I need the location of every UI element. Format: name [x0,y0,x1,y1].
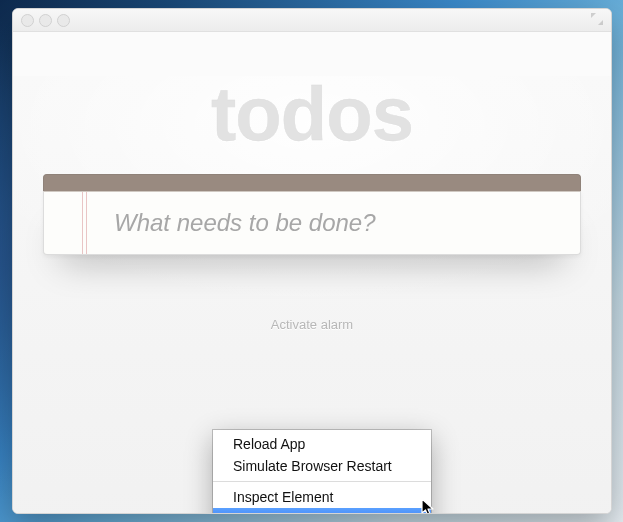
todo-input-row [43,191,581,255]
context-menu: Reload App Simulate Browser Restart Insp… [213,430,431,514]
context-menu-item-simulate-restart[interactable]: Simulate Browser Restart [213,455,431,477]
context-menu-item-inspect-element[interactable]: Inspect Element [213,486,431,508]
context-menu-item-inspect-background-page[interactable]: Inspect Background Page [213,508,431,514]
desktop-background: todos Activate alarm Reload App Simulate… [0,0,623,522]
window-zoom-button[interactable] [57,14,70,27]
context-menu-separator [213,481,431,482]
margin-rule-line [86,192,87,254]
window-titlebar[interactable] [13,9,611,32]
app-title: todos [13,76,611,152]
activate-alarm-link[interactable]: Activate alarm [271,317,353,332]
todo-card [43,174,581,255]
todo-card-header [43,174,581,191]
window-content: todos Activate alarm Reload App Simulate… [13,76,611,514]
app-window: todos Activate alarm Reload App Simulate… [12,8,612,514]
window-minimize-button[interactable] [39,14,52,27]
window-fullscreen-icon[interactable] [591,13,603,25]
window-close-button[interactable] [21,14,34,27]
new-todo-input[interactable] [112,208,568,238]
context-menu-item-reload-app[interactable]: Reload App [213,433,431,455]
margin-rule-line [82,192,83,254]
